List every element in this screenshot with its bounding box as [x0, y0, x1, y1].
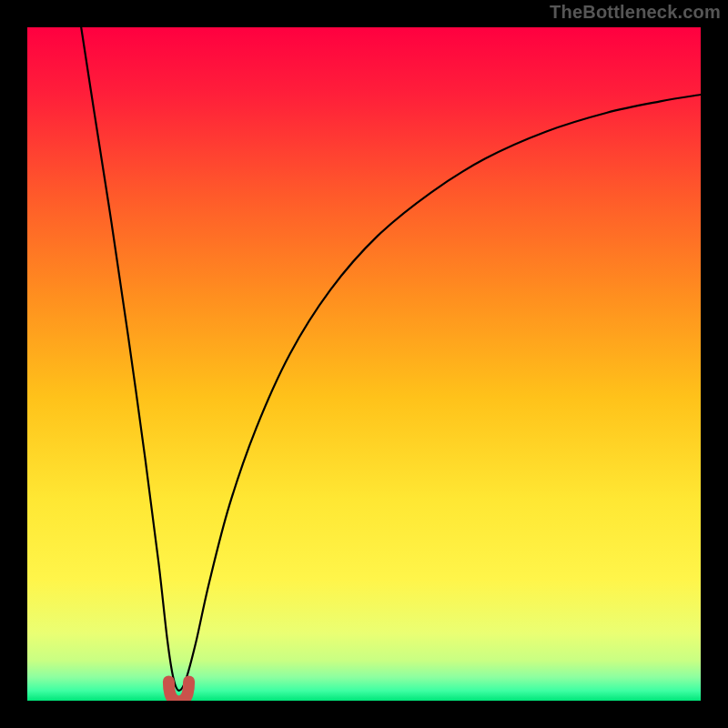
chart-frame: TheBottleneck.com: [0, 0, 728, 728]
chart-plot: [27, 27, 701, 701]
chart-background: [27, 27, 701, 701]
watermark-text: TheBottleneck.com: [550, 2, 721, 23]
